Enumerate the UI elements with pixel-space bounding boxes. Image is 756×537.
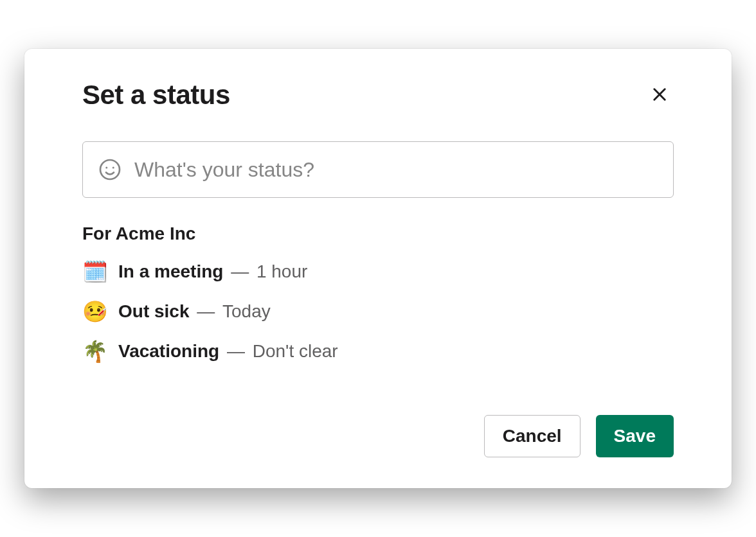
status-preset-separator: — xyxy=(222,341,250,361)
svg-point-4 xyxy=(113,167,114,169)
smiley-icon[interactable] xyxy=(98,158,122,181)
close-icon xyxy=(651,85,669,105)
status-preset-duration: 1 hour xyxy=(256,261,307,281)
status-preset-label: In a meeting xyxy=(118,261,223,281)
status-input[interactable] xyxy=(134,158,658,182)
status-input-container[interactable] xyxy=(82,141,674,198)
save-button[interactable]: Save xyxy=(596,415,674,457)
status-preset-separator: — xyxy=(192,301,220,321)
status-preset-duration: Don't clear xyxy=(253,341,338,361)
status-preset-sick[interactable]: 🤒 Out sick — Today xyxy=(82,299,674,324)
status-preset-label: Out sick xyxy=(118,301,189,321)
status-preset-duration: Today xyxy=(222,301,271,321)
modal-header: Set a status xyxy=(82,80,674,110)
sick-face-icon: 🤒 xyxy=(82,299,118,324)
calendar-icon: 🗓️ xyxy=(82,260,118,284)
status-preset-meeting[interactable]: 🗓️ In a meeting — 1 hour xyxy=(82,260,674,284)
status-preset-separator: — xyxy=(226,261,254,281)
cancel-button[interactable]: Cancel xyxy=(484,415,580,457)
status-preset-list: 🗓️ In a meeting — 1 hour 🤒 Out sick — To… xyxy=(82,260,674,364)
status-preset-vacation[interactable]: 🌴 Vacationing — Don't clear xyxy=(82,339,674,364)
close-button[interactable] xyxy=(645,80,674,110)
set-status-modal: Set a status For Acme Inc 🗓️ xyxy=(24,49,732,488)
modal-title: Set a status xyxy=(82,80,230,110)
svg-point-3 xyxy=(105,167,107,169)
palm-tree-icon: 🌴 xyxy=(82,339,118,364)
status-preset-label: Vacationing xyxy=(118,341,219,361)
svg-point-2 xyxy=(100,160,120,179)
workspace-label: For Acme Inc xyxy=(82,224,674,244)
modal-footer: Cancel Save xyxy=(82,415,674,457)
